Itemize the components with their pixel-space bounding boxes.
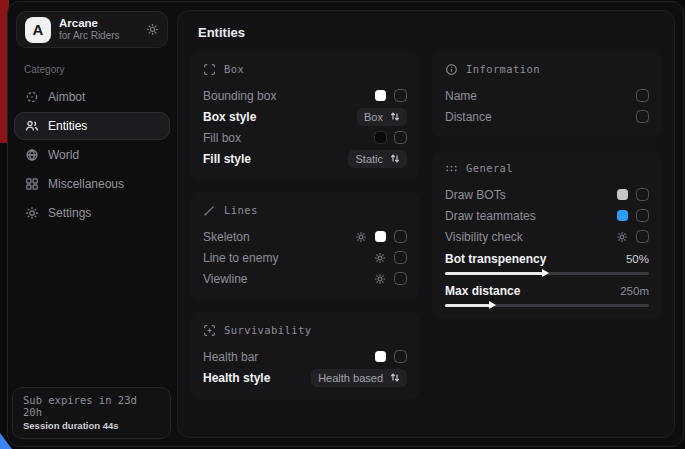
app-window: A Arcane for Arc Riders Category: [7, 1, 684, 447]
sidebar-nav: Aimbot Entities World: [14, 83, 170, 227]
setting-row-line-to-enemy: Line to enemy: [203, 247, 407, 268]
box-style-dropdown[interactable]: Box: [357, 108, 407, 126]
gear-icon[interactable]: [616, 231, 628, 243]
grid-icon: [25, 177, 39, 191]
session-duration-text: Session duration 44s: [23, 420, 160, 431]
setting-row-viewline: Viewline: [203, 268, 407, 289]
setting-label: Fill style: [203, 152, 251, 166]
setting-label: Draw teammates: [445, 209, 536, 223]
bot-transparency-slider-group: Bot transpenency 50%: [445, 249, 649, 275]
slider-fill: [445, 272, 543, 275]
checkbox[interactable]: [394, 131, 407, 144]
checkbox[interactable]: [636, 188, 649, 201]
health-style-dropdown[interactable]: Health based: [311, 369, 407, 387]
checkbox[interactable]: [394, 350, 407, 363]
dots-grid-icon: [445, 162, 458, 175]
fill-style-dropdown[interactable]: Static: [348, 150, 407, 168]
main-content: Entities Box Bounding box: [177, 10, 675, 438]
sidebar-item-label: World: [48, 148, 79, 162]
sidebar-item-miscellaneous[interactable]: Miscellaneous: [14, 170, 170, 198]
setting-row-bounding-box: Bounding box: [203, 85, 407, 106]
diagonal-line-icon: [203, 204, 216, 217]
setting-row-box-style: Box style Box: [203, 106, 407, 127]
checkbox[interactable]: [636, 230, 649, 243]
setting-label: Max distance: [445, 284, 520, 298]
color-swatch[interactable]: [375, 132, 386, 143]
gear-icon[interactable]: [374, 252, 386, 264]
info-icon: [445, 63, 458, 76]
setting-label: Bounding box: [203, 89, 276, 103]
setting-row-health-style: Health style Health based: [203, 367, 407, 388]
checkbox[interactable]: [394, 272, 407, 285]
setting-label: Viewline: [203, 272, 247, 286]
sidebar-item-label: Entities: [48, 119, 87, 133]
category-label: Category: [24, 64, 170, 75]
color-swatch[interactable]: [617, 210, 628, 221]
sidebar: A Arcane for Arc Riders Category: [8, 2, 176, 446]
sidebar-item-label: Aimbot: [48, 90, 85, 104]
checkbox[interactable]: [394, 230, 407, 243]
setting-label: Distance: [445, 110, 492, 124]
dropdown-value: Static: [355, 153, 383, 165]
max-distance-slider[interactable]: [445, 304, 649, 307]
checkbox[interactable]: [394, 89, 407, 102]
sidebar-item-aimbot[interactable]: Aimbot: [14, 83, 170, 111]
slider-value: 50%: [626, 253, 649, 265]
slider-fill: [445, 304, 490, 307]
setting-row-distance: Distance: [445, 106, 649, 127]
dropdown-value: Health based: [318, 372, 383, 384]
setting-row-name: Name: [445, 85, 649, 106]
page-title: Entities: [198, 25, 654, 40]
slider-thumb[interactable]: [542, 269, 549, 277]
bot-transparency-slider[interactable]: [445, 272, 649, 275]
main-header: Entities: [178, 11, 674, 51]
gear-icon[interactable]: [146, 23, 159, 36]
checkbox[interactable]: [636, 209, 649, 222]
color-swatch[interactable]: [375, 231, 386, 242]
checkbox[interactable]: [636, 89, 649, 102]
logo-card: A Arcane for Arc Riders: [16, 11, 168, 48]
setting-label: Health bar: [203, 350, 258, 364]
sidebar-item-entities[interactable]: Entities: [14, 112, 170, 140]
checkbox[interactable]: [394, 251, 407, 264]
setting-label: Visibility check: [445, 230, 523, 244]
right-column: Information Name Distance: [432, 51, 662, 399]
setting-row-fill-box: Fill box: [203, 127, 407, 148]
slider-thumb[interactable]: [489, 301, 496, 309]
panel-lines: Lines Skeleton: [190, 192, 420, 300]
setting-row-draw-bots: Draw BOTs: [445, 184, 649, 205]
left-column: Box Bounding box Box style Box: [190, 51, 420, 399]
setting-label: Skeleton: [203, 230, 250, 244]
setting-label: Health style: [203, 371, 270, 385]
survivability-icon: [203, 324, 216, 337]
max-distance-slider-group: Max distance 250m: [445, 281, 649, 307]
checkbox[interactable]: [636, 110, 649, 123]
panel-survivability: Survivability Health bar Health style He…: [190, 312, 420, 399]
setting-label: Name: [445, 89, 477, 103]
subscription-info-card: Sub expires in 23d 20h Session duration …: [12, 387, 171, 439]
color-swatch[interactable]: [375, 90, 386, 101]
setting-row-health-bar: Health bar: [203, 346, 407, 367]
color-swatch[interactable]: [617, 189, 628, 200]
logo-text: Arcane for Arc Riders: [59, 17, 138, 42]
panel-title: General: [466, 162, 513, 174]
sidebar-item-world[interactable]: World: [14, 141, 170, 169]
globe-icon: [25, 148, 39, 162]
panel-information: Information Name Distance: [432, 51, 662, 138]
gear-icon[interactable]: [355, 231, 367, 243]
color-swatch[interactable]: [375, 351, 386, 362]
setting-label: Box style: [203, 110, 256, 124]
setting-label: Line to enemy: [203, 251, 278, 265]
up-down-arrows-icon: [390, 111, 400, 122]
setting-row-visibility-check: Visibility check: [445, 226, 649, 247]
setting-row-skeleton: Skeleton: [203, 226, 407, 247]
gear-icon[interactable]: [374, 273, 386, 285]
panel-title: Box: [224, 63, 244, 75]
dropdown-value: Box: [364, 111, 383, 123]
up-down-arrows-icon: [390, 372, 400, 383]
panel-title: Information: [466, 63, 540, 75]
sidebar-item-settings[interactable]: Settings: [14, 199, 170, 227]
app-title: Arcane: [59, 17, 138, 30]
panel-general: General Draw BOTs Draw teammates: [432, 150, 662, 318]
app-logo: A: [25, 17, 51, 43]
